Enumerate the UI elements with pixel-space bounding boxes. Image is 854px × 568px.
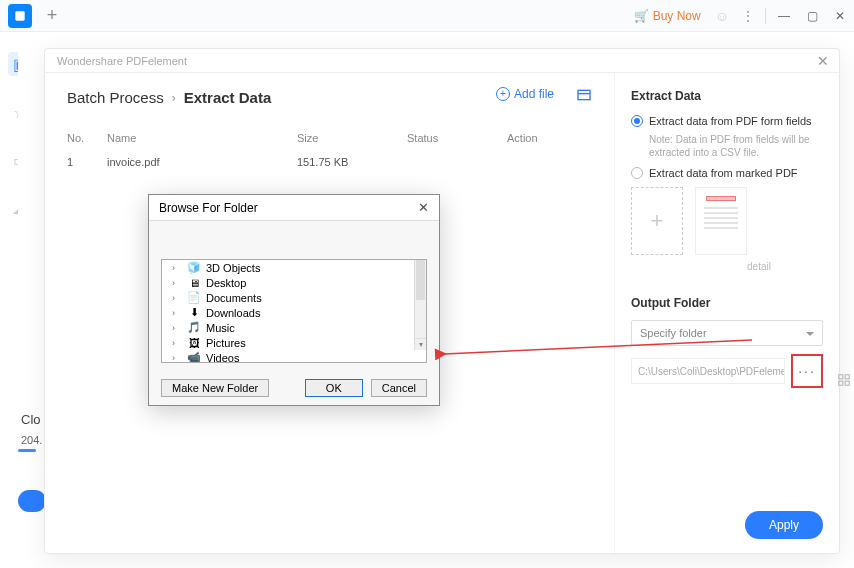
col-status-header: Status (407, 132, 507, 144)
dialog-title: Browse For Folder (159, 201, 258, 215)
svg-rect-3 (839, 375, 843, 379)
tree-item: ›🖥Desktop (162, 275, 426, 290)
tree-item: ›📄Documents (162, 290, 426, 305)
svg-rect-5 (839, 381, 843, 385)
minimize-button[interactable]: — (770, 0, 798, 31)
col-size-header: Size (297, 132, 407, 144)
folder-icon: 📄 (187, 291, 201, 304)
peek-blue-pill (18, 490, 46, 512)
output-path-text: C:\Users\Coli\Desktop\PDFelement\Da (638, 366, 785, 377)
svg-rect-4 (845, 375, 849, 379)
cart-icon: 🛒 (634, 9, 649, 23)
cell-no: 1 (67, 156, 107, 168)
output-path-field[interactable]: C:\Users\Coli\Desktop\PDFelement\Da (631, 358, 785, 384)
tree-item: ›🧊3D Objects (162, 260, 426, 275)
dialog-close-icon[interactable]: ✕ (418, 200, 429, 215)
peek-label: Clo (21, 412, 41, 427)
peek-number: 204. (21, 434, 42, 446)
thumb-add[interactable]: + (631, 187, 683, 255)
radio-label-2: Extract data from marked PDF (649, 167, 798, 179)
side-note: Note: Data in PDF from fields will be ex… (649, 133, 823, 159)
folder-icon: ⬇ (187, 306, 201, 319)
detail-label: detail (695, 261, 823, 272)
add-file-button[interactable]: + Add file (496, 87, 554, 101)
svg-rect-0 (15, 11, 24, 20)
chevron-right-icon: › (172, 278, 182, 288)
folder-tree[interactable]: ›🧊3D Objects ›🖥Desktop ›📄Documents ›⬇Dow… (161, 259, 427, 363)
chevron-right-icon: › (172, 263, 182, 273)
side-panel: Extract Data Extract data from PDF form … (615, 73, 839, 553)
side-title: Extract Data (631, 89, 823, 103)
col-name-header: Name (107, 132, 297, 144)
cell-size: 151.75 KB (297, 156, 407, 168)
folder-icon: 🖼 (187, 337, 201, 349)
make-new-folder-button[interactable]: Make New Folder (161, 379, 269, 397)
add-file-label: Add file (514, 87, 554, 101)
breadcrumb-current: Extract Data (184, 89, 272, 106)
tree-item: ›⬇Downloads (162, 305, 426, 320)
panel-titlebar: Wondershare PDFelement ✕ (45, 49, 839, 73)
buy-now-label: Buy Now (653, 9, 701, 23)
chevron-right-icon: › (172, 308, 182, 318)
folder-icon: 🎵 (187, 321, 201, 334)
output-folder-label: Output Folder (631, 296, 823, 310)
background-peek: Clo 204. (18, 32, 46, 554)
panel-close-icon[interactable]: ✕ (817, 53, 829, 69)
cell-status (407, 156, 507, 168)
panel-title-text: Wondershare PDFelement (57, 55, 187, 67)
buy-now-link[interactable]: 🛒 Buy Now (634, 9, 701, 23)
scrollbar[interactable]: ▾ (414, 260, 426, 350)
breadcrumb-root[interactable]: Batch Process (67, 89, 164, 106)
browse-folder-dialog: Browse For Folder ✕ ›🧊3D Objects ›🖥Deskt… (148, 194, 440, 406)
cancel-button[interactable]: Cancel (371, 379, 427, 397)
chevron-right-icon: › (172, 353, 182, 363)
window-titlebar: + 🛒 Buy Now ☺ ⋮ — ▢ ✕ (0, 0, 854, 32)
scrollbar-thumb[interactable] (416, 260, 425, 300)
peek-blue-bar (18, 449, 36, 452)
folder-icon: 📹 (187, 351, 201, 363)
svg-rect-6 (845, 381, 849, 385)
tree-item: ›🖼Pictures (162, 335, 426, 350)
folder-icon: 🧊 (187, 261, 201, 274)
cell-name: invoice.pdf (107, 156, 297, 168)
close-button[interactable]: ✕ (826, 0, 854, 31)
radio-label-1: Extract data from PDF form fields (649, 115, 812, 127)
folder-icon: 🖥 (187, 277, 201, 289)
plus-circle-icon: + (496, 87, 510, 101)
chevron-right-icon: › (172, 91, 176, 105)
scroll-down-icon[interactable]: ▾ (415, 338, 426, 350)
browse-folder-button[interactable]: ··· (791, 354, 823, 388)
select-value: Specify folder (640, 327, 707, 339)
col-action-header: Action (507, 132, 592, 144)
ellipsis-icon: ··· (798, 363, 816, 379)
new-tab-button[interactable]: + (40, 4, 64, 28)
radio-marked-pdf[interactable]: Extract data from marked PDF (631, 167, 823, 179)
radio-form-fields[interactable]: Extract data from PDF form fields (631, 115, 823, 127)
ok-button[interactable]: OK (305, 379, 363, 397)
folder-mode-select[interactable]: Specify folder (631, 320, 823, 346)
app-logo (8, 4, 32, 28)
divider (765, 8, 766, 24)
radio-on-icon (631, 115, 643, 127)
maximize-button[interactable]: ▢ (798, 0, 826, 31)
chevron-right-icon: › (172, 323, 182, 333)
tree-item: ›🎵Music (162, 320, 426, 335)
account-icon[interactable]: ☺ (715, 8, 729, 24)
table-row[interactable]: 1 invoice.pdf 151.75 KB (67, 150, 592, 174)
radio-off-icon (631, 167, 643, 179)
chevron-right-icon: › (172, 338, 182, 348)
files-table: No. Name Size Status Action 1 invoice.pd… (67, 126, 592, 174)
svg-rect-1 (578, 90, 590, 99)
apply-button[interactable]: Apply (745, 511, 823, 539)
col-no-header: No. (67, 132, 107, 144)
chevron-right-icon: › (172, 293, 182, 303)
vdots-icon[interactable]: ⋮ (741, 8, 755, 24)
manage-files-icon[interactable] (576, 87, 592, 107)
grid-icon[interactable] (837, 373, 851, 390)
thumb-detail[interactable] (695, 187, 747, 255)
tree-item: ›📹Videos (162, 350, 426, 363)
cell-action (507, 156, 592, 168)
